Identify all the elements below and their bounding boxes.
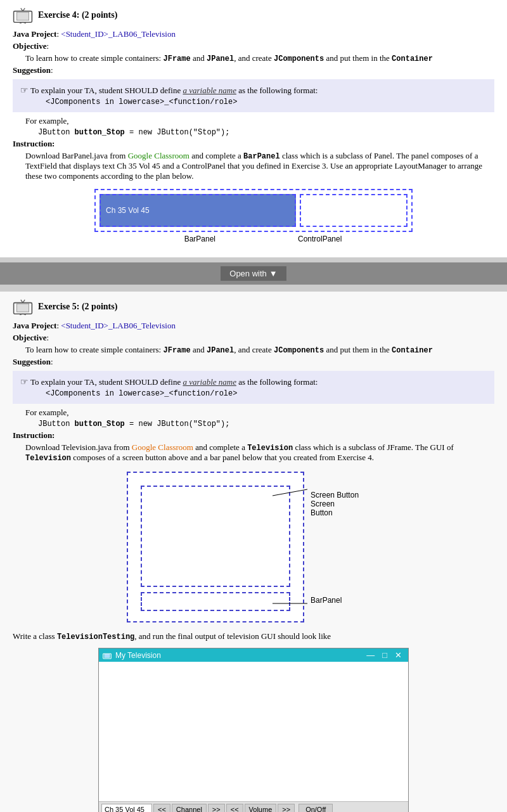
screen-label-text: Screen Button bbox=[311, 491, 359, 499]
suggestion-box: ☞ To explain your TA, student SHOULD def… bbox=[13, 79, 494, 112]
barpanel-label2: BarPanel bbox=[311, 596, 342, 605]
win-white-screen bbox=[99, 662, 408, 801]
tv-icon2 bbox=[13, 298, 33, 316]
open-with-bar: Open with ▼ bbox=[0, 262, 507, 285]
svg-line-12 bbox=[273, 489, 307, 496]
testing-text: Write a class TelevisionTesting, and run… bbox=[13, 631, 494, 641]
ch35-label: Ch 35 Vol 45 bbox=[106, 206, 150, 215]
ex4-diagram: Ch 35 Vol 45 BarPanel ControlPanel bbox=[13, 189, 494, 243]
svg-rect-7 bbox=[16, 304, 29, 312]
win-bottom-bar: << Channel >> << Volume >> On/Off bbox=[99, 801, 408, 812]
suggestion-colon: : bbox=[51, 65, 53, 75]
ex5-jcomponents-code: JComponents bbox=[274, 346, 324, 355]
ex5-jframe-code: JFrame bbox=[163, 346, 190, 355]
ex5-java-project-label: Java Project bbox=[13, 321, 56, 330]
controlpanel-label: ControlPanel bbox=[298, 235, 342, 243]
ex5-objective-line: Objective: bbox=[13, 333, 494, 343]
exercise4-header: Exercise 4: (2 points) bbox=[13, 6, 494, 24]
java-project-value: <Student_ID>_LAB06_Television bbox=[61, 29, 176, 39]
win-tv-icon bbox=[103, 652, 112, 659]
svg-rect-1 bbox=[16, 12, 29, 20]
channel-text-field[interactable] bbox=[101, 804, 152, 812]
win-minimize-btn[interactable]: — bbox=[364, 650, 377, 660]
ex5-finger-icon: ☞ bbox=[20, 377, 29, 387]
prev-volume-btn[interactable]: << bbox=[226, 804, 243, 812]
win-dialog: My Television — □ ✕ << Channel >> << Vol… bbox=[98, 648, 409, 812]
win-title-left: My Television bbox=[103, 651, 161, 660]
prev-channel-btn[interactable]: << bbox=[153, 804, 170, 812]
suggestion-label-line: Suggestion: bbox=[13, 65, 494, 75]
objective-text: To learn how to create simple containers… bbox=[25, 53, 494, 63]
jframe-code: JFrame bbox=[163, 55, 190, 63]
testing-text2: , and run the final output of television… bbox=[134, 631, 331, 641]
objective-colon: : bbox=[46, 41, 49, 51]
jcomponents-code: JComponents bbox=[274, 55, 324, 63]
win-content bbox=[99, 662, 408, 801]
screen-button-label: Screen Button Volume ScreenButton bbox=[311, 491, 359, 517]
controlpanel-box bbox=[300, 194, 408, 227]
ex5-example-label: For example, bbox=[25, 408, 494, 418]
diagram-boxes-row: Ch 35 Vol 45 bbox=[94, 189, 413, 232]
exercise4-title: Exercise 4: (2 points) bbox=[38, 10, 117, 20]
suggestion-text: ☞ To explain your TA, student SHOULD def… bbox=[20, 85, 487, 96]
ex5-container-code: Container bbox=[392, 346, 433, 355]
instruction-label-line: Instruction: bbox=[13, 139, 494, 149]
ex5-instruction-label: Instruction: bbox=[13, 430, 55, 440]
variable-name-highlight: a variable name bbox=[183, 86, 236, 95]
java-project-line: Java Project: <Student_ID>_LAB06_Televis… bbox=[13, 29, 494, 39]
ex5-suggestion-box: ☞ To explain your TA, student SHOULD def… bbox=[13, 371, 494, 404]
objective-line: Objective: bbox=[13, 41, 494, 51]
ex5-objective-label: Objective bbox=[13, 333, 46, 342]
screen-button-area bbox=[141, 486, 290, 587]
win-maximize-btn[interactable]: □ bbox=[380, 650, 390, 660]
win-title-text: My Television bbox=[115, 651, 161, 660]
ex5-instruction-text: Download Television.java from Google Cla… bbox=[25, 442, 494, 463]
instruction-text: Download BarPanel.java from Google Class… bbox=[25, 151, 494, 181]
volume-btn[interactable]: Volume bbox=[245, 804, 277, 812]
separator2 bbox=[0, 285, 507, 290]
television-testing-code: TelevisionTesting bbox=[57, 633, 134, 641]
ex5-suggestion-text: ☞ To explain your TA, student SHOULD def… bbox=[20, 377, 487, 387]
suggestion-code: <JComponents in lowercase>_<function/rol… bbox=[46, 98, 487, 106]
jpanel-code: JPanel bbox=[207, 55, 234, 63]
screen-arrow-line bbox=[273, 483, 311, 508]
example-code: JButton button_Stop = new JButton("Stop"… bbox=[38, 128, 494, 137]
container-code: Container bbox=[392, 55, 433, 63]
ex5-suggestion-code: <JComponents in lowercase>_<function/rol… bbox=[46, 389, 487, 398]
ex5-jpanel-code: JPanel bbox=[207, 346, 234, 355]
win-titlebar: My Television — □ ✕ bbox=[99, 648, 408, 662]
television-code2: Television bbox=[25, 454, 71, 463]
open-with-label: Open with bbox=[229, 269, 267, 278]
win-title-buttons: — □ ✕ bbox=[364, 650, 404, 660]
textfield-box: Ch 35 Vol 45 bbox=[99, 194, 296, 227]
ex5-variable-name-highlight: a variable name bbox=[183, 377, 236, 387]
java-project-label: Java Project bbox=[13, 29, 56, 39]
exercise5-header: Exercise 5: (2 points) bbox=[13, 298, 494, 316]
barpanel-code: BarPanel bbox=[243, 152, 280, 161]
next-volume-btn[interactable]: >> bbox=[278, 804, 295, 812]
barpanel-area bbox=[141, 592, 290, 611]
channel-btn[interactable]: Channel bbox=[172, 804, 207, 812]
diagram-labels: BarPanel ControlPanel bbox=[165, 235, 342, 243]
win-close-btn[interactable]: ✕ bbox=[392, 650, 404, 660]
example-label: For example, bbox=[25, 116, 494, 126]
ex5-diagram: Screen Button Volume ScreenButton BarPan… bbox=[13, 472, 494, 622]
ex5-suggestion-label-line: Suggestion: bbox=[13, 357, 494, 367]
instruction-label: Instruction: bbox=[13, 139, 55, 148]
google-classroom-link2[interactable]: Google Classroom bbox=[132, 442, 193, 452]
testing-text1: Write a class bbox=[13, 631, 57, 641]
separator1 bbox=[0, 257, 507, 262]
ex5-java-project-value: <Student_ID>_LAB06_Television bbox=[61, 321, 176, 330]
finger-icon: ☞ bbox=[20, 86, 29, 95]
next-channel-btn[interactable]: >> bbox=[208, 804, 225, 812]
google-classroom-link1[interactable]: Google Classroom bbox=[128, 151, 189, 160]
ex5-instruction-label-line: Instruction: bbox=[13, 430, 494, 441]
open-with-button[interactable]: Open with ▼ bbox=[221, 266, 286, 281]
onoff-btn[interactable]: On/Off bbox=[298, 804, 333, 812]
open-with-arrow: ▼ bbox=[269, 269, 278, 278]
ex5-example-code: JButton button_Stop = new JButton("Stop"… bbox=[38, 420, 494, 429]
exercise4-section: Exercise 4: (2 points) Java Project: <St… bbox=[0, 0, 507, 257]
ex5-side-labels: Screen Button Volume ScreenButton BarPan… bbox=[304, 472, 380, 622]
exercise5-title: Exercise 5: (2 points) bbox=[38, 302, 117, 312]
barpanel-label-text: BarPanel bbox=[311, 596, 342, 605]
